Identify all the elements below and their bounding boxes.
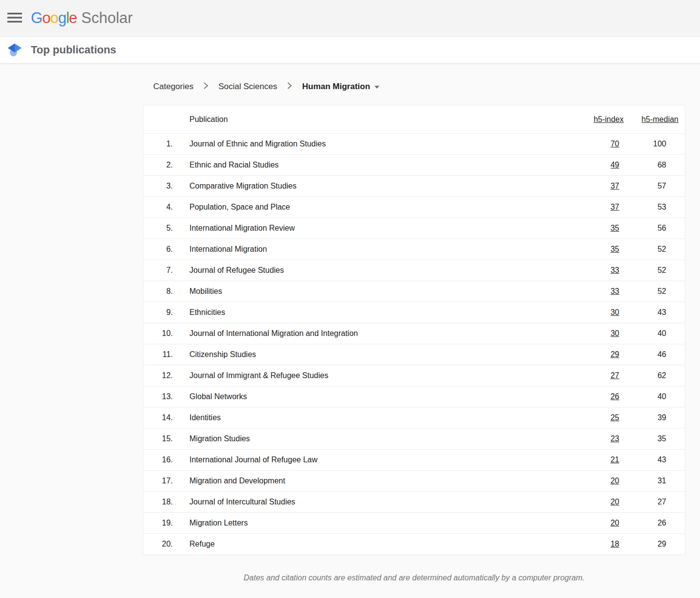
breadcrumb-current-category[interactable]: Human Migration (302, 82, 379, 92)
row-h5-index-link[interactable]: 20 (610, 498, 619, 506)
table-row: 17. Migration and Development 20 31 (143, 470, 685, 491)
row-rank: 20. (143, 540, 173, 549)
row-publication-name: International Migration (173, 245, 558, 254)
row-h5-index-link[interactable]: 29 (610, 350, 619, 359)
row-h5-median-value: 26 (657, 519, 666, 527)
row-publication-name: Journal of Ethnic and Migration Studies (173, 140, 558, 148)
disclaimer-note: Dates and citation counts are estimated … (143, 574, 685, 582)
row-rank: 11. (143, 350, 173, 359)
row-h5-median-value: 52 (657, 245, 666, 253)
table-row: 1. Journal of Ethnic and Migration Studi… (143, 133, 685, 154)
table-row: 5. International Migration Review 35 56 (143, 217, 685, 239)
menu-button[interactable] (3, 6, 26, 30)
table-row: 20. Refuge 18 29 (143, 533, 685, 554)
table-row: 2. Ethnic and Racial Studies 49 68 (143, 154, 685, 175)
breadcrumb-social-sciences[interactable]: Social Sciences (218, 82, 277, 92)
row-h5-median-value: 27 (657, 498, 666, 506)
row-publication-name: Citizenship Studies (173, 350, 558, 359)
caret-down-icon (374, 86, 379, 89)
table-row: 4. Population, Space and Place 37 53 (143, 196, 685, 217)
row-h5-index-link[interactable]: 33 (610, 266, 619, 274)
row-h5-index-link[interactable]: 26 (610, 392, 619, 401)
table-row: 12. Journal of Immigrant & Refugee Studi… (143, 365, 685, 386)
row-publication-name: International Journal of Refugee Law (173, 455, 558, 464)
row-publication-name: Comparative Migration Studies (173, 182, 558, 191)
table-row: 9. Ethnicities 30 43 (143, 302, 685, 323)
table-row: 14. Identities 25 39 (143, 407, 685, 428)
row-h5-median-value: 39 (657, 413, 666, 422)
row-h5-median-value: 43 (657, 455, 666, 464)
row-publication-name: Journal of Intercultural Studies (173, 498, 558, 506)
breadcrumb: Categories Social Sciences Human Migrati… (153, 82, 685, 92)
scholar-cap-icon (3, 43, 26, 57)
row-h5-median-value: 68 (657, 161, 666, 169)
row-h5-index-link[interactable]: 37 (610, 203, 619, 211)
row-h5-median-value: 31 (657, 477, 666, 485)
row-h5-index-link[interactable]: 27 (610, 371, 619, 380)
logo-letter: e (69, 9, 77, 26)
table-body: 1. Journal of Ethnic and Migration Studi… (143, 133, 685, 554)
main-content: Categories Social Sciences Human Migrati… (0, 82, 685, 582)
row-h5-median-value: 46 (657, 350, 666, 359)
row-publication-name: Journal of Refugee Studies (173, 266, 558, 275)
row-publication-name: International Migration Review (173, 224, 558, 233)
logo-letter: o (50, 9, 58, 26)
row-h5-index-link[interactable]: 33 (610, 287, 619, 295)
row-h5-median-value: 57 (657, 182, 666, 190)
row-h5-index-link[interactable]: 30 (610, 329, 619, 337)
row-h5-median-value: 62 (657, 371, 666, 380)
table-row: 3. Comparative Migration Studies 37 57 (143, 175, 685, 196)
row-h5-index-link[interactable]: 20 (610, 477, 619, 485)
h5-index-column-header[interactable]: h5-index (594, 115, 624, 123)
row-h5-median-value: 29 (657, 540, 666, 548)
table-row: 8. Mobilities 33 52 (143, 281, 685, 302)
row-h5-index-link[interactable]: 23 (610, 434, 619, 443)
table-row: 11. Citizenship Studies 29 46 (143, 344, 685, 365)
publication-column-header: Publication (173, 115, 558, 124)
row-rank: 8. (143, 287, 173, 296)
row-h5-index-link[interactable]: 25 (610, 413, 619, 422)
row-h5-index-link[interactable]: 30 (610, 308, 619, 316)
row-h5-index-link[interactable]: 70 (610, 140, 619, 148)
row-rank: 9. (143, 308, 173, 317)
row-rank: 13. (143, 392, 173, 401)
row-publication-name: Population, Space and Place (173, 203, 558, 212)
table-row: 10. Journal of International Migration a… (143, 323, 685, 344)
row-rank: 1. (143, 140, 173, 148)
row-publication-name: Journal of Immigrant & Refugee Studies (173, 371, 558, 380)
row-h5-index-link[interactable]: 35 (610, 245, 619, 253)
google-scholar-logo[interactable]: Google Scholar (31, 9, 133, 27)
logo-letter: g (58, 9, 66, 26)
page-title: Top publications (31, 44, 116, 56)
row-publication-name: Identities (173, 413, 558, 422)
table-row: 6. International Migration 35 52 (143, 239, 685, 260)
row-h5-index-link[interactable]: 37 (610, 182, 619, 190)
row-publication-name: Mobilities (173, 287, 558, 296)
table-row: 15. Migration Studies 23 35 (143, 428, 685, 449)
row-publication-name: Journal of International Migration and I… (173, 329, 558, 338)
row-h5-index-link[interactable]: 18 (610, 540, 619, 548)
scholar-logo-word: Scholar (81, 9, 133, 27)
row-publication-name: Migration and Development (173, 477, 558, 485)
table-row: 7. Journal of Refugee Studies 33 52 (143, 260, 685, 281)
row-h5-index-link[interactable]: 20 (610, 519, 619, 527)
row-rank: 12. (143, 371, 173, 380)
top-publications-table: Publication h5-index h5-median 1. Journa… (143, 105, 685, 555)
breadcrumb-current-label: Human Migration (302, 82, 370, 92)
h5-median-column-header[interactable]: h5-median (641, 115, 678, 123)
table-header-row: Publication h5-index h5-median (143, 105, 685, 133)
logo-letter: G (31, 9, 42, 26)
row-h5-index-link[interactable]: 21 (610, 455, 619, 464)
row-rank: 6. (143, 245, 173, 254)
row-h5-median-value: 40 (657, 392, 666, 401)
chevron-right-icon (287, 82, 292, 92)
row-h5-index-link[interactable]: 49 (610, 161, 619, 169)
row-h5-median-value: 52 (657, 287, 666, 295)
row-rank: 4. (143, 203, 173, 212)
row-h5-median-value: 53 (657, 203, 666, 211)
breadcrumb-categories[interactable]: Categories (153, 82, 193, 92)
hamburger-icon (7, 12, 22, 24)
row-h5-index-link[interactable]: 35 (610, 224, 619, 232)
row-publication-name: Migration Letters (173, 519, 558, 527)
row-publication-name: Ethnic and Racial Studies (173, 161, 558, 169)
